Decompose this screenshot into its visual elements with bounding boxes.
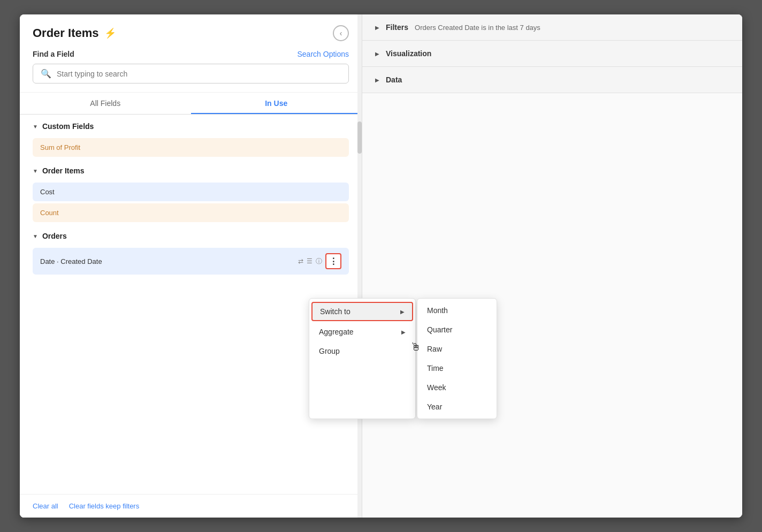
field-date-created-label: Date · Created Date — [40, 257, 102, 265]
submenu-year[interactable]: Year — [417, 397, 497, 416]
field-date-created[interactable]: Date · Created Date ⇄ ☰ ⓘ ⋮ — [33, 248, 349, 275]
tab-all-fields[interactable]: All Fields — [20, 93, 191, 114]
search-input[interactable] — [57, 70, 341, 78]
switch-to-arrow: ▶ — [400, 309, 405, 315]
section-header-custom-fields: ▼ Custom Fields — [20, 115, 362, 136]
orders-arrow: ▼ — [33, 233, 38, 239]
back-button[interactable]: ‹ — [333, 25, 349, 41]
field-count[interactable]: Count — [33, 203, 349, 222]
context-menu-overlay: Switch to ▶ Aggregate ▶ Group Month Quar… — [309, 298, 497, 419]
submenu-time[interactable]: Time — [417, 359, 497, 378]
lightning-icon: ⚡ — [104, 27, 116, 39]
submenu-month[interactable]: Month — [417, 301, 497, 320]
main-layout: Order Items ⚡ ‹ Find a Field Search Opti… — [20, 14, 742, 518]
field-cost[interactable]: Cost — [33, 183, 349, 201]
filters-expand-arrow: ▶ — [375, 25, 379, 31]
order-items-label: Order Items — [42, 166, 85, 175]
filter-icon[interactable]: ☰ — [307, 257, 313, 265]
custom-fields-arrow: ▼ — [33, 124, 38, 130]
field-cost-label: Cost — [40, 188, 55, 196]
find-field-label: Find a Field — [33, 50, 74, 58]
main-window: Order Items ⚡ ‹ Find a Field Search Opti… — [20, 14, 742, 518]
data-label: Data — [386, 75, 402, 84]
field-icons-row: ⇄ ☰ ⓘ ⋮ — [298, 253, 341, 269]
switch-to-label: Switch to — [320, 307, 350, 316]
find-field-row: Find a Field Search Options — [33, 50, 349, 58]
clear-fields-keep-filters-button[interactable]: Clear fields keep filters — [69, 502, 140, 510]
left-panel: Order Items ⚡ ‹ Find a Field Search Opti… — [20, 14, 362, 518]
section-header-orders: ▼ Orders — [20, 224, 362, 246]
clear-all-button[interactable]: Clear all — [33, 502, 58, 510]
swap-icon[interactable]: ⇄ — [298, 257, 303, 265]
data-expand-arrow: ▶ — [375, 77, 379, 83]
tabs-row: All Fields In Use — [20, 93, 362, 115]
three-dots-button[interactable]: ⋮ — [325, 253, 341, 269]
search-options-link[interactable]: Search Options — [298, 50, 349, 58]
filters-section[interactable]: ▶ Filters Orders Created Date is in the … — [362, 14, 742, 41]
bottom-bar: Clear all Clear fields keep filters — [20, 494, 362, 518]
field-count-label: Count — [40, 209, 59, 217]
title-inner: Order Items ⚡ — [33, 26, 116, 40]
visualization-expand-arrow: ▶ — [375, 51, 379, 57]
aggregate-arrow: ▶ — [401, 329, 406, 335]
info-icon[interactable]: ⓘ — [316, 257, 322, 266]
aggregate-label: Aggregate — [319, 328, 354, 336]
search-icon: 🔍 — [41, 69, 51, 79]
field-sum-of-profit[interactable]: Sum of Profit — [33, 138, 349, 157]
group-menu-item[interactable]: Group — [309, 341, 415, 361]
aggregate-menu-item[interactable]: Aggregate ▶ — [309, 322, 415, 341]
right-panel: ▶ Filters Orders Created Date is in the … — [362, 14, 742, 518]
tab-in-use[interactable]: In Use — [191, 93, 362, 114]
left-header: Order Items ⚡ ‹ Find a Field Search Opti… — [20, 14, 362, 93]
visualization-section[interactable]: ▶ Visualization — [362, 41, 742, 67]
primary-context-menu: Switch to ▶ Aggregate ▶ Group — [309, 298, 416, 419]
panel-title: Order Items — [33, 26, 99, 40]
submenu-week[interactable]: Week — [417, 378, 497, 397]
title-row: Order Items ⚡ ‹ — [33, 25, 349, 41]
order-items-arrow: ▼ — [33, 168, 38, 174]
field-date-created-content: Date · Created Date — [40, 257, 102, 265]
group-label: Group — [319, 347, 340, 355]
switch-to-menu-item[interactable]: Switch to ▶ — [311, 302, 413, 321]
submenu: Month Quarter Raw Time Week Year — [417, 298, 497, 419]
submenu-quarter[interactable]: Quarter — [417, 320, 497, 339]
orders-label: Orders — [42, 232, 67, 240]
visualization-label: Visualization — [386, 49, 431, 58]
scroll-thumb[interactable] — [357, 121, 362, 154]
search-box: 🔍 — [33, 64, 349, 83]
section-header-order-items: ▼ Order Items — [20, 159, 362, 180]
submenu-raw[interactable]: Raw — [417, 339, 497, 359]
custom-fields-label: Custom Fields — [42, 122, 94, 131]
data-section[interactable]: ▶ Data — [362, 67, 742, 93]
field-sum-of-profit-label: Sum of Profit — [40, 143, 80, 151]
filters-label: Filters — [386, 23, 408, 32]
filters-detail: Orders Created Date is in the last 7 day… — [415, 24, 540, 32]
scrollbar[interactable] — [357, 14, 362, 518]
